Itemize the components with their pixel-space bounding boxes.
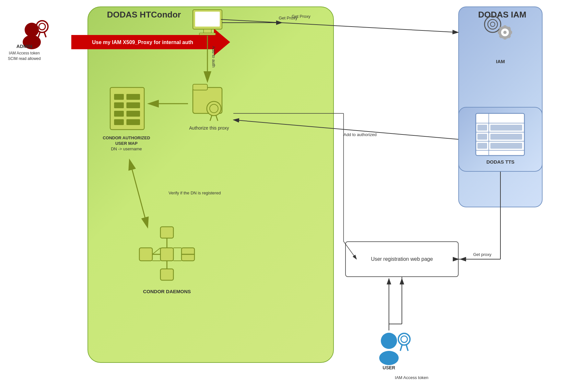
svg-point-72 <box>401 336 407 342</box>
user-label: USER <box>383 365 395 370</box>
htcondor-box <box>88 6 334 363</box>
user-medal-icon <box>398 333 410 351</box>
reg-page-box: User registration web page <box>345 241 459 277</box>
user-token-label: IAM Access token <box>395 375 428 380</box>
admin-medal-icon <box>36 21 48 37</box>
svg-point-70 <box>379 351 399 365</box>
admin-icon <box>23 23 41 49</box>
svg-point-69 <box>381 333 397 349</box>
reg-page-label: User registration web page <box>371 256 433 263</box>
admin-token-line1: IAM Access token <box>9 51 40 55</box>
svg-line-4 <box>38 32 40 37</box>
diagram: DODAS HTCondor DODAS IAM User registrati… <box>0 0 562 392</box>
svg-point-71 <box>398 333 410 345</box>
admin-token-line2: SCIM read allowed <box>8 56 41 61</box>
svg-point-2 <box>36 21 48 32</box>
iam-title: DODAS IAM <box>478 10 526 20</box>
admin-label: ADMIN <box>16 43 32 49</box>
svg-point-1 <box>25 23 39 37</box>
svg-line-73 <box>400 344 402 351</box>
svg-point-0 <box>23 35 41 49</box>
svg-line-74 <box>406 344 408 351</box>
svg-point-3 <box>39 23 45 30</box>
tts-box <box>458 107 543 172</box>
htcondor-title: DODAS HTCondor <box>107 10 181 20</box>
get-proxy2-label: Get proxy <box>473 252 492 257</box>
add-authorized-label: Add to authorized <box>344 132 377 137</box>
svg-line-5 <box>44 32 46 37</box>
user-icon <box>379 333 399 365</box>
